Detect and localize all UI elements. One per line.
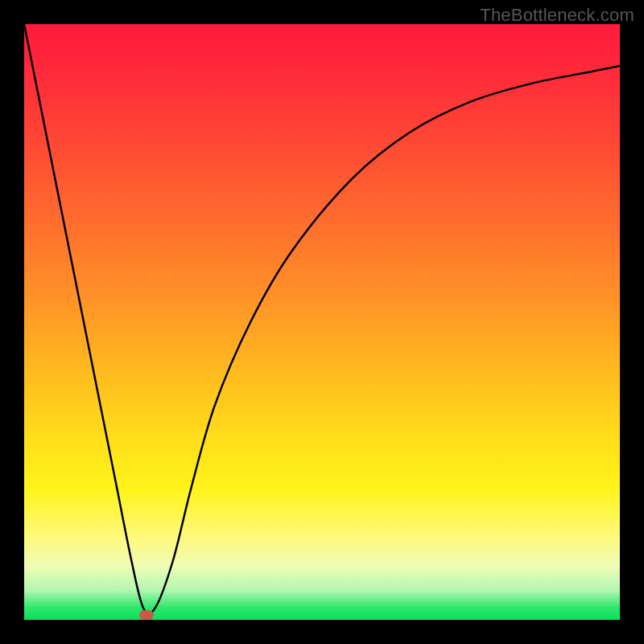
watermark-text: TheBottleneck.com (480, 5, 634, 26)
plot-area (24, 24, 620, 620)
heat-gradient (24, 24, 620, 620)
chart-frame: TheBottleneck.com (0, 0, 644, 644)
